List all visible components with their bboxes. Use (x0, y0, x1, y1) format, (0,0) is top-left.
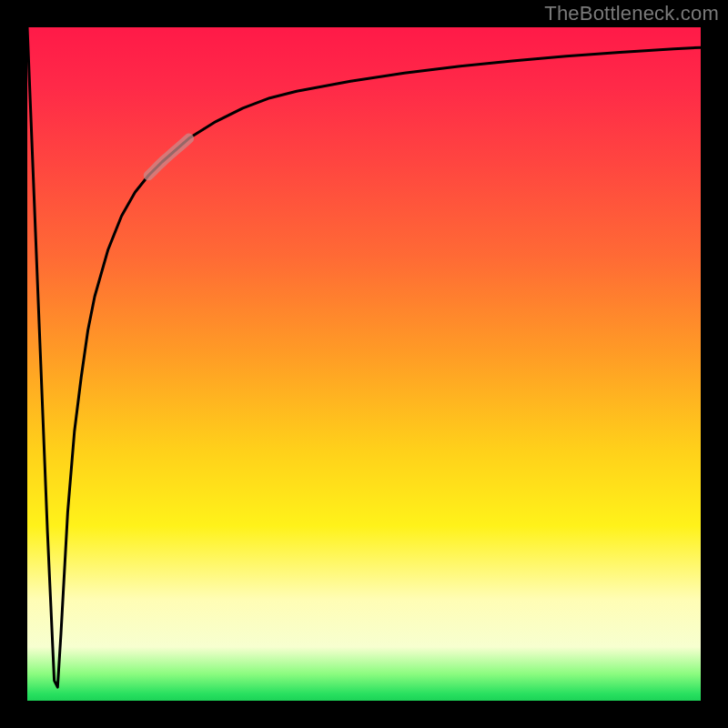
chart-frame: TheBottleneck.com (0, 0, 728, 728)
bottleneck-curve-path (27, 27, 701, 687)
plot-area (27, 27, 701, 701)
bottleneck-curve-highlight (148, 138, 188, 176)
watermark-text: TheBottleneck.com (544, 2, 719, 25)
bottleneck-curve-svg (27, 27, 701, 701)
